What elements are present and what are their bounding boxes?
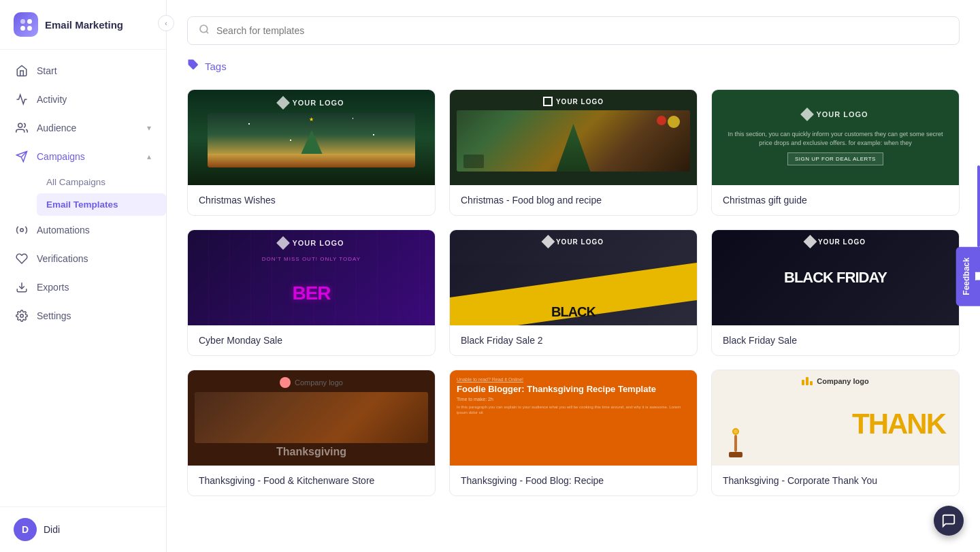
thumb-logo: YOUR LOGO (805, 237, 866, 246)
tags-label[interactable]: Tags (205, 61, 227, 72)
thumb-food-photo (457, 110, 690, 172)
template-card-bf-sale[interactable]: YOUR LOGO BLACK FRIDAY Black Friday Sale (711, 229, 960, 356)
thumb-company-logo: Company logo (280, 377, 343, 388)
template-card-christmas-gift[interactable]: YOUR LOGO In this section, you can quick… (711, 89, 960, 216)
sidebar: Email Marketing ‹ Start Activity Audienc… (0, 0, 167, 552)
thumb-thank-area: THANK (719, 389, 952, 459)
thumb-food-photo (195, 392, 428, 443)
audience-icon (15, 121, 29, 135)
app-logo (14, 12, 38, 37)
automations-icon (15, 223, 29, 237)
sidebar-item-start-label: Start (37, 65, 151, 76)
exports-icon (15, 280, 29, 294)
search-bar (187, 16, 960, 45)
template-card-christmas-food[interactable]: YOUR LOGO Christmas - Food blog and reci… (449, 89, 698, 216)
sidebar-item-settings[interactable]: Settings (0, 302, 166, 330)
svg-point-3 (20, 229, 24, 232)
svg-point-0 (18, 123, 22, 127)
sidebar-item-activity[interactable]: Activity (0, 85, 166, 114)
thumb-blog-link: Unable to read? Read it Online! (457, 377, 690, 382)
thumb-gift-text: In this section, you can quickly inform … (720, 130, 951, 147)
template-thumbnail: Company logo THANK (712, 370, 959, 466)
svg-point-5 (20, 314, 24, 318)
thumb-bf-content: BLACK FRIDAY (784, 270, 887, 285)
scroll-indicator (977, 165, 980, 247)
template-thumbnail: YOUR LOGO BLACK (450, 230, 697, 325)
feedback-label: Feedback (961, 257, 970, 295)
template-label: Black Friday Sale (712, 325, 959, 355)
thumb-blog-title: Foodie Blogger: Thanksgiving Recipe Temp… (457, 384, 690, 395)
template-thumbnail: YOUR LOGO (450, 90, 697, 185)
thumb-cta: SIGN UP FOR DEAL ALERTS (787, 152, 883, 165)
sidebar-item-verifications-label: Verifications (37, 253, 151, 264)
app-title: Email Marketing (45, 19, 123, 31)
template-thumbnail: YOUR LOGO ★ (188, 90, 435, 185)
activity-icon (15, 93, 29, 106)
avatar: D (14, 518, 37, 541)
feedback-tab[interactable]: Feedback (956, 246, 980, 306)
sidebar-collapse-button[interactable]: ‹ (158, 15, 174, 31)
template-grid: YOUR LOGO ★ Christmas Wishes YOUR LOGO (187, 89, 960, 496)
template-card-cyber-monday[interactable]: YOUR LOGO DON'T MISS OUT! ONLY TODAY BER… (187, 229, 436, 356)
template-card-thanksgiving-corp[interactable]: Company logo THANK Thanksgiving - Corpor… (711, 370, 960, 496)
sidebar-item-audience[interactable]: Audience ▾ (0, 114, 166, 142)
template-label: Thanksgiving - Food & Kitchenware Store (188, 466, 435, 496)
svg-line-7 (206, 31, 208, 33)
submenu-all-campaigns[interactable]: All Campaigns (37, 171, 166, 193)
campaigns-icon (15, 150, 29, 163)
sidebar-item-exports[interactable]: Exports (0, 273, 166, 302)
template-card-bf-sale2[interactable]: YOUR LOGO BLACK Black Friday Sale 2 (449, 229, 698, 356)
sidebar-nav: Start Activity Audience ▾ Campaigns ▴ (0, 50, 166, 506)
template-label: Thanksgiving - Food Blog: Recipe (450, 466, 697, 496)
svg-point-6 (200, 25, 208, 33)
thumb-logo: YOUR LOGO (278, 98, 344, 108)
verifications-icon (15, 252, 29, 265)
template-card-thanksgiving-blog[interactable]: Unable to read? Read it Online! Foodie B… (449, 370, 698, 496)
template-label: Black Friday Sale 2 (450, 325, 697, 355)
template-thumbnail: Unable to read? Read it Online! Foodie B… (450, 370, 697, 466)
template-label: Christmas Wishes (188, 185, 435, 215)
home-icon (15, 64, 29, 78)
settings-icon (15, 309, 29, 323)
search-icon (199, 24, 210, 37)
sidebar-item-campaigns-label: Campaigns (37, 151, 139, 162)
campaigns-arrow-icon: ▴ (147, 152, 151, 161)
sidebar-header: Email Marketing ‹ (0, 0, 166, 50)
template-label: Christmas gift guide (712, 185, 959, 215)
thumb-logo: YOUR LOGO (802, 110, 868, 119)
user-name: Didi (44, 524, 60, 535)
sidebar-item-campaigns[interactable]: Campaigns ▴ (0, 142, 166, 171)
tags-icon (187, 59, 199, 74)
sidebar-item-audience-label: Audience (37, 123, 139, 133)
sidebar-item-exports-label: Exports (37, 282, 151, 293)
sidebar-item-settings-label: Settings (37, 310, 151, 321)
audience-arrow-icon: ▾ (147, 123, 151, 133)
sidebar-item-start[interactable]: Start (0, 56, 166, 85)
sidebar-item-verifications[interactable]: Verifications (0, 244, 166, 273)
sidebar-item-automations[interactable]: Automations (0, 216, 166, 244)
template-label: Thanksgiving - Corporate Thank You (712, 466, 959, 496)
template-card-thanksgiving-food[interactable]: Company logo Thanksgiving Thanksgiving -… (187, 370, 436, 496)
thumb-logo: YOUR LOGO (543, 237, 604, 246)
template-thumbnail: YOUR LOGO DON'T MISS OUT! ONLY TODAY BER (188, 230, 435, 325)
thumb-logo-bar-square: YOUR LOGO (543, 97, 604, 106)
user-profile[interactable]: D Didi (0, 506, 166, 552)
thumb-corp-logo: Company logo (802, 377, 868, 385)
thumb-logo: YOUR LOGO (278, 238, 344, 248)
campaigns-submenu: All Campaigns Email Templates (0, 171, 166, 216)
template-label: Cyber Monday Sale (188, 325, 435, 355)
search-input[interactable] (216, 25, 948, 36)
template-card-christmas-wishes[interactable]: YOUR LOGO ★ Christmas Wishes (187, 89, 436, 216)
thumb-scene: ★ (208, 113, 415, 167)
template-thumbnail: YOUR LOGO In this section, you can quick… (712, 90, 959, 185)
template-thumbnail: Company logo Thanksgiving (188, 370, 435, 466)
thumb-blog-body: In this paragraph you can explain to you… (457, 404, 690, 416)
sidebar-item-activity-label: Activity (37, 94, 151, 105)
sidebar-item-automations-label: Automations (37, 225, 151, 236)
tags-row: Tags (187, 59, 960, 74)
thumb-blog-sub: Time to make: 2h (457, 397, 690, 402)
chat-button[interactable] (934, 506, 964, 536)
template-label: Christmas - Food blog and recipe (450, 185, 697, 215)
template-thumbnail: YOUR LOGO BLACK FRIDAY (712, 230, 959, 325)
submenu-email-templates[interactable]: Email Templates (37, 193, 166, 216)
